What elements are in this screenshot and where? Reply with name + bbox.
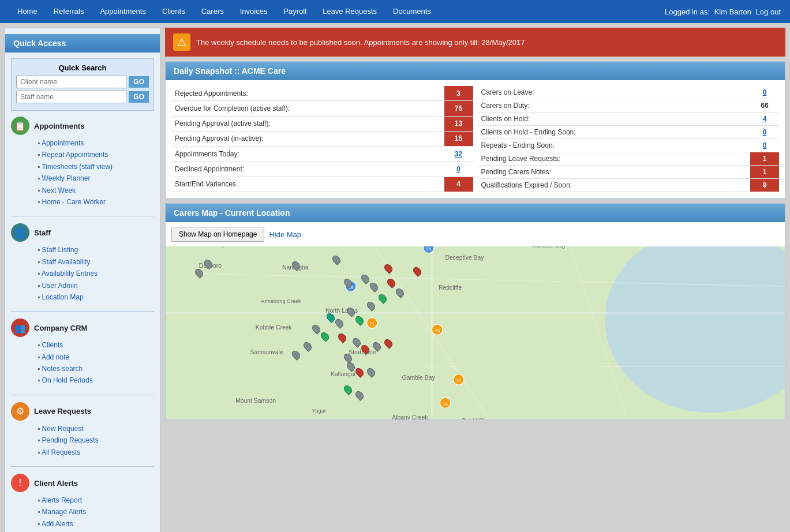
sidebar-divider-1 <box>11 216 154 216</box>
user-area: Logged in as: Kim Barton Log out <box>665 8 781 16</box>
sidebar-sections: 📋AppointmentsAppointmentsRepeat Appointm… <box>5 114 160 532</box>
snapshot-value: 13 <box>444 116 473 131</box>
svg-text:Samsonvale: Samsonvale <box>250 349 283 355</box>
nav-link-documents[interactable]: Documents <box>385 0 439 23</box>
snapshot-label: Overdue for Completion (active staff): <box>171 101 444 116</box>
sidebar-link-manage-alerts[interactable]: Manage Alerts <box>34 506 154 518</box>
sidebar-link-user-admin[interactable]: User Admin <box>34 280 154 291</box>
sidebar-link-weekly-planner[interactable]: Weekly Planner <box>34 173 154 184</box>
svg-text:Kallangur: Kallangur <box>331 371 356 377</box>
main-content: ⚠ The weekly schedule needs to be publis… <box>165 28 785 532</box>
nav-link-appointments[interactable]: Appointments <box>92 0 154 23</box>
svg-text:North Lakes: North Lakes <box>325 308 358 314</box>
sidebar-link-new-request[interactable]: New Request <box>34 423 154 434</box>
svg-text:Bald Hills: Bald Hills <box>462 418 486 419</box>
sidebar-link-alerts-report[interactable]: Alerts Report <box>34 494 154 506</box>
sidebar-link-clients[interactable]: Clients <box>34 339 154 351</box>
nav-link-invoices[interactable]: Invoices <box>232 0 276 23</box>
client-search-input[interactable] <box>16 76 126 88</box>
sidebar-link-all-requests[interactable]: All Requests <box>34 447 154 458</box>
sidebar-section-header-staff: 👤Staff <box>11 223 154 242</box>
staff-search-row: GO <box>16 91 149 103</box>
sidebar-link-repeat-appointments[interactable]: Repeat Appointments <box>34 149 154 160</box>
logout-link[interactable]: Log out <box>756 8 781 16</box>
nav-link-clients[interactable]: Clients <box>154 0 193 23</box>
svg-text:Moreton Bay: Moreton Bay <box>532 246 567 249</box>
nav-link-home[interactable]: Home <box>9 0 46 23</box>
snapshot-row: Carers on Leave:0 <box>478 86 780 99</box>
svg-text:Narangba: Narangba <box>282 264 309 271</box>
snapshot-value[interactable]: 0 <box>750 86 779 99</box>
snapshot-row: Start/End Variances4 <box>171 177 473 192</box>
snapshot-grid: Rejected Appointments:3Overdue for Compl… <box>171 86 779 192</box>
snapshot-row: Qualifications Expired / Soon:9 <box>478 179 780 192</box>
sidebar-section-company-crm: 👥Company CRMClientsAdd noteNotes searchO… <box>5 316 160 390</box>
svg-text:75: 75 <box>435 328 440 334</box>
snapshot-label: Repeats - Ending Soon: <box>478 139 751 152</box>
main-wrap: Quick Access Quick Search GO GO 📋Appoint… <box>5 28 785 532</box>
snapshot-value: 3 <box>444 86 473 101</box>
appointments-icon: 📋 <box>11 117 29 135</box>
svg-text:Laceys Creek: Laceys Creek <box>209 246 246 248</box>
sidebar-section-client-alerts: !Client AlertsAlerts ReportManage Alerts… <box>5 471 160 532</box>
client-search-go[interactable]: GO <box>129 76 149 88</box>
hide-map-link[interactable]: Hide Map <box>269 230 301 239</box>
staff-search-go[interactable]: GO <box>129 91 149 103</box>
snapshot-label: Appointments Today: <box>171 147 444 162</box>
snapshot-row: Clients on Hold:4 <box>478 113 780 126</box>
nav-link-carers[interactable]: Carers <box>193 0 232 23</box>
sidebar-link-timesheets-staff-view-[interactable]: Timesheets (staff view) <box>34 161 154 173</box>
snapshot-value[interactable]: 0 <box>750 139 779 152</box>
sidebar: Quick Access Quick Search GO GO 📋Appoint… <box>5 28 160 532</box>
sidebar-link-home---care-worker[interactable]: Home - Care Worker <box>34 196 154 208</box>
company-crm-icon: 👥 <box>11 319 29 337</box>
nav-link-payroll[interactable]: Payroll <box>275 0 314 23</box>
snapshot-row: Declined Appointment:0 <box>171 162 473 177</box>
client-alerts-links: Alerts ReportManage AlertsAdd Alerts <box>34 494 154 530</box>
snapshot-value[interactable]: 4 <box>750 113 779 126</box>
sidebar-section-appointments: 📋AppointmentsAppointmentsRepeat Appointm… <box>5 114 160 211</box>
nav-link-referrals[interactable]: Referrals <box>46 0 92 23</box>
nav-links: HomeReferralsAppointmentsClientsCarersIn… <box>9 0 439 23</box>
sidebar-link-location-map[interactable]: Location Map <box>34 291 154 303</box>
show-map-button[interactable]: Show Map on Homepage <box>171 227 264 242</box>
staff-links: Staff ListingStaff AvailabilityAvailabil… <box>34 244 154 303</box>
svg-text:Yugar: Yugar <box>312 408 326 414</box>
sidebar-link-notes-search[interactable]: Notes search <box>34 363 154 374</box>
sidebar-link-pending-requests[interactable]: Pending Requests <box>34 434 154 446</box>
map-canvas: Laceys Creek Dayboro Narangba Deceptive … <box>166 246 785 419</box>
nav-link-leave-requests[interactable]: Leave Requests <box>314 0 385 23</box>
snapshot-value[interactable]: 0 <box>750 126 779 139</box>
sidebar-link-availability-entries[interactable]: Availability Entries <box>34 268 154 279</box>
sidebar-link-staff-availability[interactable]: Staff Availability <box>34 256 154 268</box>
alert-message: The weekly schedule needs to be publishe… <box>196 38 525 47</box>
snapshot-row: Pending Approval (in-active):15 <box>171 131 473 146</box>
sidebar-link-appointments[interactable]: Appointments <box>34 137 154 149</box>
sidebar-link-add-alerts[interactable]: Add Alerts <box>34 518 154 530</box>
map-buttons: Show Map on Homepage Hide Map <box>166 222 785 246</box>
svg-text:Deceptive Bay: Deceptive Bay <box>445 254 485 261</box>
snapshot-row: Appointments Today:32 <box>171 147 473 162</box>
snapshot-row: Pending Carers Notes:1 <box>478 166 780 179</box>
sidebar-link-on-hold-periods[interactable]: On Hold Periods <box>34 374 154 386</box>
alert-icon: ⚠ <box>173 33 190 51</box>
staff-search-input[interactable] <box>16 91 126 103</box>
sidebar-divider-2 <box>11 311 154 312</box>
sidebar-section-header-appointments: 📋Appointments <box>11 117 154 135</box>
svg-text:Armstrong Creek: Armstrong Creek <box>261 298 301 304</box>
sidebar-link-staff-listing[interactable]: Staff Listing <box>34 244 154 256</box>
svg-text:Strathpine: Strathpine <box>349 349 376 355</box>
appointments-links: AppointmentsRepeat AppointmentsTimesheet… <box>34 137 154 208</box>
snapshot-row: Rejected Appointments:3 <box>171 86 473 101</box>
snapshot-value: 1 <box>750 152 779 166</box>
sidebar-link-add-note[interactable]: Add note <box>34 351 154 363</box>
sidebar-link-next-week[interactable]: Next Week <box>34 185 154 196</box>
snapshot-row: Repeats - Ending Soon:0 <box>478 139 780 152</box>
svg-text:Redcliffe: Redcliffe <box>439 284 462 291</box>
sidebar-section-staff: 👤StaffStaff ListingStaff AvailabilityAva… <box>5 221 160 306</box>
top-navigation: HomeReferralsAppointmentsClientsCarersIn… <box>0 0 790 23</box>
snapshot-value[interactable]: 0 <box>444 162 473 177</box>
quick-search-title: Quick Search <box>16 63 149 72</box>
sidebar-title: Quick Access <box>5 34 160 53</box>
snapshot-value[interactable]: 32 <box>444 147 473 162</box>
